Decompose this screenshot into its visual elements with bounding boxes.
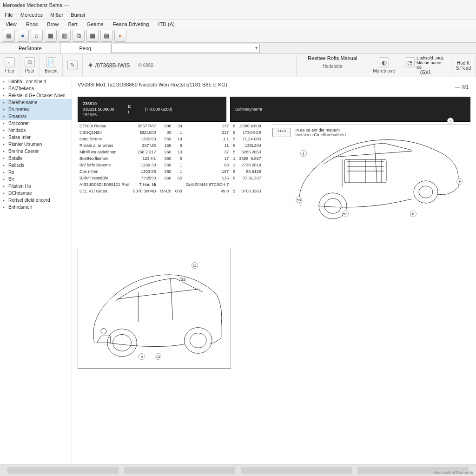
cells-icon[interactable]: ▦ bbox=[86, 30, 99, 42]
tabs-row: PerStonre Peog bbox=[0, 43, 476, 54]
page-icon[interactable]: ▤ bbox=[100, 30, 112, 42]
diagram-left: 31 33 9 13 bbox=[78, 248, 231, 369]
tab-peog[interactable]: Peog bbox=[61, 43, 111, 53]
sidebar-item[interactable]: Bnhrdsmeri bbox=[0, 204, 72, 211]
sidebar-item[interactable]: DChrtsmae bbox=[0, 190, 72, 197]
sidebar: Habbb Lonr sineldBAIZhekenaRekslel d G+ … bbox=[0, 77, 72, 464]
nav-icon[interactable]: ▸ bbox=[114, 30, 126, 42]
callout: 53 bbox=[342, 211, 349, 217]
svg-point-2 bbox=[414, 181, 438, 203]
clock-icon: ◐ bbox=[379, 57, 389, 67]
page-icon: 📄 bbox=[46, 57, 56, 67]
sidebar-item[interactable]: Brocobrer bbox=[0, 120, 72, 127]
menu-bert[interactable]: Bert bbox=[63, 20, 82, 28]
bottom-slot bbox=[7, 467, 119, 474]
menu-bumst[interactable]: Bumst bbox=[67, 11, 89, 19]
svg-point-5 bbox=[107, 329, 137, 357]
back-icon: ← bbox=[5, 57, 15, 67]
sidebar-item[interactable]: Ro bbox=[0, 169, 72, 176]
sidebar-item[interactable]: Rekslel d G+ Orcaxer Noen bbox=[0, 92, 72, 99]
diagram-right: 3 1 59 53 8 9 bbox=[272, 113, 468, 234]
grid-icon[interactable]: ▦ bbox=[45, 30, 57, 42]
menu-itd[interactable]: ITD (A) bbox=[153, 20, 179, 28]
callout: 31 bbox=[192, 262, 198, 269]
menu-mercedes[interactable]: Mercedes bbox=[17, 11, 46, 19]
edit-button[interactable]: ✎ bbox=[63, 54, 83, 77]
sidebar-item[interactable]: Rertsel dIeid dncerd bbox=[0, 197, 72, 204]
callout: 1 bbox=[300, 150, 307, 157]
table-row: BeetNorflinmen123 H136051713398: 6.857 bbox=[78, 155, 263, 162]
table-row: MiHill wa asitefchen266.2 31796013375328… bbox=[78, 149, 263, 155]
toolbar-1: ▤ ● ⌂ ▦ ▥ ⧉ ▦ ▤ ▸ bbox=[0, 29, 476, 43]
sidebar-item[interactable]: Smans/s bbox=[0, 113, 72, 120]
sidebar-item[interactable]: Pitstien l Io bbox=[0, 183, 72, 190]
table-row: DEL V1i Getea9378 3804DMAC568849 8B3708.… bbox=[78, 188, 263, 194]
parts-icon[interactable]: ▥ bbox=[59, 30, 71, 42]
title-bar: Mercedes Medbenz Bema — bbox=[0, 0, 476, 10]
menu-feana[interactable]: Feana Driveting bbox=[108, 20, 154, 28]
file-icon[interactable]: ▤ bbox=[3, 30, 15, 42]
window-title: Mercedes Medbenz Bema — bbox=[3, 2, 69, 8]
manual-subtitle: Hedelette bbox=[323, 64, 343, 69]
table-row: cend Strens1330:53559141.1571.24-083 bbox=[78, 136, 263, 142]
callout: 9 bbox=[139, 353, 145, 360]
car-cutaway-icon bbox=[272, 113, 468, 234]
table-row: DENI0I Reose3367 R87906341376.2086.6:609 bbox=[78, 123, 263, 129]
door-icon[interactable]: ⌂ bbox=[31, 30, 43, 42]
menu-brow[interactable]: Brow bbox=[42, 20, 63, 28]
svg-point-1 bbox=[324, 198, 341, 213]
hodk-button[interactable]: Hod K S Fead bbox=[451, 54, 476, 77]
compare-icon[interactable]: ⧉ bbox=[73, 30, 85, 42]
svg-point-8 bbox=[190, 333, 206, 348]
table-row: AIB3dG06Z4E068101 RretT Hou MiGoNS0M48 8… bbox=[78, 181, 263, 188]
star-icon: ✦ bbox=[87, 61, 93, 70]
table-row: Rislale al ar wines387 US1689116138L204 bbox=[78, 142, 263, 149]
menu-file[interactable]: File bbox=[1, 11, 17, 19]
status-text: Mecachthel Seton/ W bbox=[433, 470, 473, 475]
wis-info: ✦ /07368B-IWIS © 6860 bbox=[83, 54, 158, 77]
sidebar-item[interactable]: Nmdads bbox=[0, 127, 72, 134]
sidebar-item[interactable]: Risnler Utrumen bbox=[0, 141, 72, 148]
callout: 59 bbox=[296, 197, 302, 203]
page-button[interactable]: 📄 Baiext bbox=[40, 54, 63, 77]
svg-point-3 bbox=[419, 186, 433, 198]
callout: 13 bbox=[155, 353, 161, 360]
manual-title: Reettee Rofts Manual bbox=[308, 55, 357, 61]
edit-icon: ✎ bbox=[67, 60, 78, 70]
callout: 3 bbox=[447, 118, 454, 124]
header-center: Reettee Rofts Manual Hedelette bbox=[296, 54, 368, 77]
bottom-bar bbox=[0, 464, 476, 476]
callout: 8 bbox=[410, 211, 416, 217]
wis-small: © 6860 bbox=[139, 63, 153, 68]
copy-button[interactable]: ⧉ Pser bbox=[20, 54, 40, 77]
sidebar-item[interactable]: Habbb Lonr sineld bbox=[0, 78, 72, 85]
main-area: Habbb Lonr sineldBAIZhekenaRekslel d G+ … bbox=[0, 77, 476, 464]
sidebar-item[interactable]: Bareihersame bbox=[0, 99, 72, 106]
maretnove-button[interactable]: ◐ Maretnove bbox=[369, 54, 400, 77]
table-row: Bn/ lorfe Broems1289 3056019312730 2814 bbox=[78, 162, 263, 168]
sidebar-item[interactable]: BAIZhekena bbox=[0, 85, 72, 92]
sidebar-item[interactable]: Brerine Cserer bbox=[0, 148, 72, 155]
sidebar-item[interactable]: Satsa Inier bbox=[0, 134, 72, 141]
table-row: Des niften1203.583801187668.6139 bbox=[78, 168, 263, 175]
menu-bar-2: View Rhos Brow Bert Geame Feana Drivetin… bbox=[0, 20, 476, 29]
back-button[interactable]: ← Fber bbox=[0, 54, 20, 77]
globe-icon[interactable]: ● bbox=[17, 30, 29, 42]
bottom-slot bbox=[241, 467, 352, 474]
menu-geame[interactable]: Geame bbox=[82, 20, 108, 28]
sidebar-item[interactable]: Reliscls bbox=[0, 162, 72, 169]
clybars-button[interactable]: ◔ Ctehsold .At01 Mdeart oame K5 (G)/1 bbox=[400, 54, 451, 77]
sidebar-item[interactable]: Bir bbox=[0, 176, 72, 183]
toolbar-2: ← Fber ⧉ Pser 📄 Baiext ✎ ✦ /07368B-IWIS … bbox=[0, 54, 476, 77]
header-band-left: 236810 036221 5008600 152926 E I (7 0.00… bbox=[78, 97, 226, 122]
sidebar-item[interactable]: Brunretew bbox=[0, 106, 72, 113]
wl-badge: W1 bbox=[455, 85, 469, 90]
sidebar-item[interactable]: Botalle bbox=[0, 155, 72, 162]
menu-rhos[interactable]: Rhos bbox=[21, 20, 43, 28]
tab-perstonre[interactable]: PerStonre bbox=[0, 43, 61, 53]
menu-view[interactable]: View bbox=[1, 20, 21, 28]
menu-mixer[interactable]: Mißer bbox=[46, 11, 67, 19]
table-row: BAlMihisstäiBle7:8255096065115637.3L.337 bbox=[78, 175, 263, 181]
table-row: CBNQ1NZHBIZ100000121781730-5G8 bbox=[78, 129, 263, 136]
vehicle-combo[interactable] bbox=[111, 44, 260, 53]
